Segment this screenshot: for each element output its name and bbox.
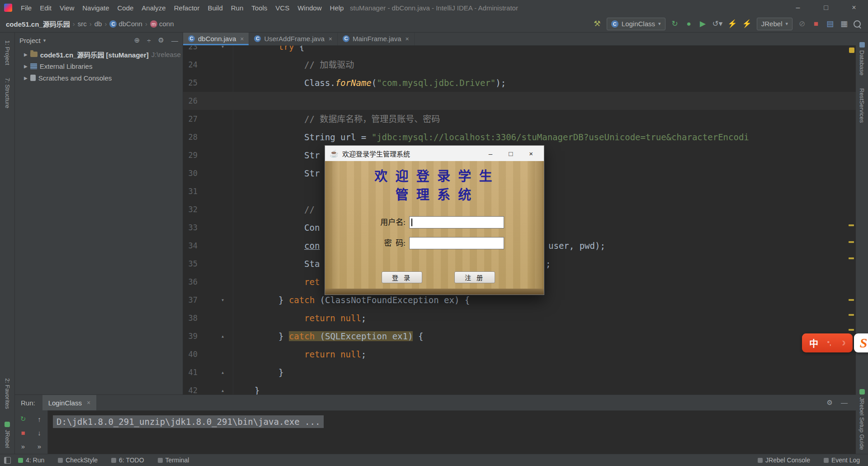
breadcrumb-item[interactable]: mconn xyxy=(150,20,174,28)
run-tab[interactable]: LoginClass × xyxy=(42,395,96,410)
code-line[interactable]: 26 xyxy=(183,92,856,110)
search-everywhere-icon[interactable] xyxy=(854,20,861,28)
ime-language-indicator[interactable]: 中 xyxy=(809,337,818,350)
tool-stripe-button[interactable]: RestServices xyxy=(859,88,865,123)
editor-tab[interactable]: CUserAddFrame.java× xyxy=(249,32,338,45)
settings-gear-icon[interactable]: ⚙ xyxy=(158,36,164,44)
editor-tab[interactable]: CdbConn.java× xyxy=(183,32,249,45)
stop-icon[interactable]: ■ xyxy=(21,429,25,437)
menu-window[interactable]: Window xyxy=(293,4,326,12)
tool-stripe-button[interactable]: 1: Project xyxy=(4,40,11,65)
debug-bug-icon[interactable]: ● xyxy=(684,18,693,30)
tree-item[interactable]: ▶code51.cn_源码乐园 [stuManager]J:\release xyxy=(15,48,183,60)
stop-icon[interactable]: ■ xyxy=(811,18,821,30)
collapse-all-icon[interactable]: ÷ xyxy=(147,37,151,44)
tree-item[interactable]: ▶Scratches and Consoles xyxy=(15,72,183,84)
menu-help[interactable]: Help xyxy=(326,4,348,12)
hide-panel-icon[interactable]: — xyxy=(841,399,848,407)
settings-gear-icon[interactable]: ⚙ xyxy=(827,399,833,407)
status-item[interactable]: Event Log xyxy=(824,456,860,464)
minimize-icon[interactable]: – xyxy=(784,0,812,15)
menu-run[interactable]: Run xyxy=(227,4,248,12)
menu-edit[interactable]: Edit xyxy=(36,4,56,12)
jrebel-debug-icon[interactable]: ⚡ xyxy=(742,18,752,30)
hide-panel-icon[interactable]: — xyxy=(171,37,178,44)
console-line[interactable]: D:\jdk1.8.0_291_unzip\jdk1.8.0_291\bin\j… xyxy=(53,415,324,428)
code-line[interactable]: 42▴} xyxy=(183,381,856,395)
run-config-selector[interactable]: C LoginClass ▾ xyxy=(607,18,665,30)
status-item[interactable]: CheckStyle xyxy=(58,456,98,464)
dialog-maximize-icon[interactable]: □ xyxy=(509,150,513,157)
status-item[interactable]: 6: TODO xyxy=(111,456,144,464)
maximize-icon[interactable]: □ xyxy=(812,0,840,15)
login-button[interactable]: 登 录 xyxy=(382,271,422,283)
breadcrumb-item[interactable]: db xyxy=(94,20,102,28)
fold-marker-icon[interactable]: ▴ xyxy=(221,363,224,381)
fold-marker-icon[interactable]: ▴ xyxy=(221,381,224,395)
close-icon[interactable]: × xyxy=(840,0,868,15)
ime-status-box[interactable]: 中 °, ☽ xyxy=(802,333,853,352)
ime-punctuation-icon[interactable]: °, xyxy=(827,340,831,347)
chevron-right-icon[interactable]: ▶ xyxy=(24,76,28,81)
menu-view[interactable]: View xyxy=(56,4,78,12)
sogou-logo[interactable]: S xyxy=(854,333,868,352)
tool-window-switcher-icon[interactable] xyxy=(4,457,11,464)
tree-item[interactable]: ▶External Libraries xyxy=(15,60,183,72)
layout-icon[interactable]: ▦ xyxy=(840,18,849,30)
locate-file-icon[interactable]: ⊕ xyxy=(134,36,140,44)
close-icon[interactable]: × xyxy=(329,35,332,43)
dialog-minimize-icon[interactable]: – xyxy=(489,150,492,157)
run-console[interactable]: D:\jdk1.8.0_291_unzip\jdk1.8.0_291\bin\j… xyxy=(47,410,856,455)
rerun-icon[interactable]: ↻ xyxy=(670,18,679,30)
tool-stripe-button[interactable]: JRebel xyxy=(4,422,11,448)
code-line[interactable]: 41▴} xyxy=(183,363,856,381)
menu-tools[interactable]: Tools xyxy=(247,4,271,12)
status-item[interactable]: JRebel Console xyxy=(758,456,810,464)
breadcrumb-item[interactable]: CdbConn xyxy=(109,20,142,28)
menu-analyze[interactable]: Analyze xyxy=(137,4,170,12)
menu-refactor[interactable]: Refactor xyxy=(170,4,204,12)
register-button[interactable]: 注 册 xyxy=(454,271,495,283)
tool-stripe-button[interactable]: 7: Structure xyxy=(4,78,11,108)
code-line[interactable]: 24// 加载驱动 xyxy=(183,56,856,74)
fold-marker-icon[interactable]: ▴ xyxy=(221,327,224,345)
menu-vcs[interactable]: VCS xyxy=(271,4,293,12)
project-panel-title[interactable]: Project xyxy=(19,37,41,44)
fold-marker-icon[interactable]: ▾ xyxy=(221,291,224,309)
password-input[interactable] xyxy=(410,238,504,249)
toolwindow-icon[interactable]: ▤ xyxy=(826,18,835,30)
more-actions-icon[interactable]: » xyxy=(21,442,25,450)
dialog-title-bar[interactable]: ☕ 欢迎登录学生管理系统 – □ × xyxy=(325,146,544,161)
chevron-right-icon[interactable]: ▶ xyxy=(24,64,28,69)
editor-tab[interactable]: CMainFrame.java× xyxy=(338,32,415,45)
menu-code[interactable]: Code xyxy=(113,4,137,12)
username-input[interactable] xyxy=(410,217,504,228)
menu-build[interactable]: Build xyxy=(203,4,226,12)
close-icon[interactable]: × xyxy=(240,35,244,43)
run-coverage-icon[interactable]: ▶ xyxy=(698,18,708,30)
code-line[interactable]: 39▴} catch (SQLException ex1) { xyxy=(183,327,856,345)
chevron-right-icon[interactable]: ▶ xyxy=(24,52,28,57)
status-item[interactable]: Terminal xyxy=(158,456,189,464)
jrebel-run-icon[interactable]: ⚡ xyxy=(727,18,737,30)
up-stack-trace-icon[interactable]: ↑ xyxy=(38,415,41,423)
code-line[interactable]: 27// 数据库名称，管理员账号、密码 xyxy=(183,110,856,128)
username-field[interactable] xyxy=(409,216,504,228)
menu-file[interactable]: File xyxy=(17,4,36,12)
password-field[interactable] xyxy=(409,237,504,249)
dialog-close-icon[interactable]: × xyxy=(529,150,533,157)
jrebel-selector[interactable]: JRebel ▾ xyxy=(757,18,793,30)
rerun-icon[interactable]: ↻ xyxy=(20,415,26,423)
attach-debugger-icon[interactable]: ⊘ xyxy=(797,18,807,30)
ime-moon-icon[interactable]: ☽ xyxy=(840,340,845,347)
profiler-icon[interactable]: ↺▾ xyxy=(712,18,723,30)
code-line[interactable]: 28String url = "jdbc:mysql://localhost:3… xyxy=(183,128,856,146)
close-icon[interactable]: × xyxy=(87,399,90,406)
down-stack-trace-icon[interactable]: ↓ xyxy=(38,429,41,437)
tool-stripe-button[interactable]: JRebel Setup Guide xyxy=(859,389,865,450)
tool-stripe-button[interactable]: Database xyxy=(859,42,865,76)
code-line[interactable]: 23▾try { xyxy=(183,45,856,56)
more-actions-icon[interactable]: » xyxy=(38,442,41,450)
menu-navigate[interactable]: Navigate xyxy=(78,4,113,12)
status-item[interactable]: 4: Run xyxy=(18,456,44,464)
